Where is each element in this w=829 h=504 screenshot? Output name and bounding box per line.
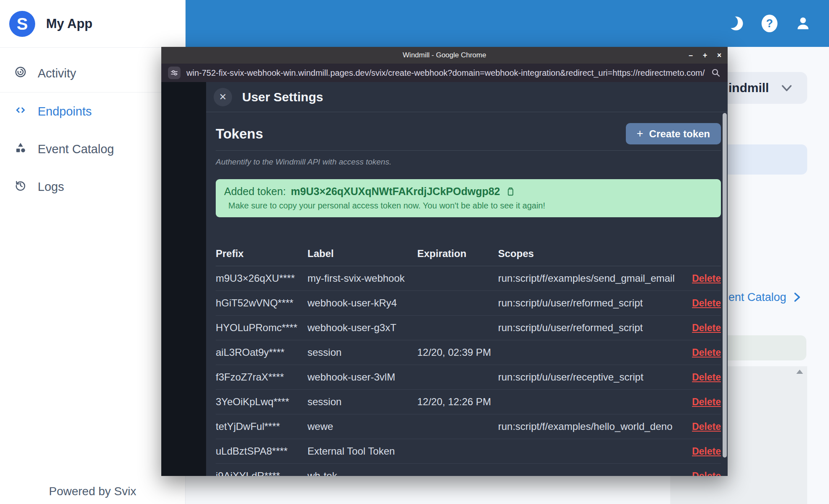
delete-button[interactable]: Delete: [692, 372, 721, 383]
cell-label: wh-tok: [307, 470, 417, 476]
minimize-button[interactable]: –: [686, 51, 696, 60]
sidebar-item-label: Activity: [38, 67, 76, 80]
shapes-icon: [14, 141, 27, 157]
cell-label: webhook-user-3vlM: [307, 371, 417, 383]
workspace-label: indmill: [728, 81, 769, 95]
table-row: f3FzoZ7raX**** webhook-user-3vlM run:scr…: [216, 365, 721, 390]
sidebar-item-logs[interactable]: Logs: [0, 168, 185, 206]
delete-button[interactable]: Delete: [692, 347, 721, 358]
alert-note: Make sure to copy your personal access t…: [228, 201, 713, 211]
sidebar-item-activity[interactable]: Activity: [0, 54, 185, 93]
table-row: HYOLuPRomc**** webhook-user-g3xT run:scr…: [216, 316, 721, 340]
cell-label: webhook-user-g3xT: [307, 322, 417, 334]
cell-label: External Tool Token: [307, 445, 417, 457]
user-account-icon[interactable]: [794, 14, 812, 33]
sidebar-item-label: Endpoints: [38, 105, 92, 118]
delete-button[interactable]: Delete: [692, 322, 721, 333]
site-settings-icon[interactable]: [168, 67, 181, 79]
delete-button[interactable]: Delete: [692, 396, 721, 407]
sidebar-item-event-catalog[interactable]: Event Catalog: [0, 130, 185, 168]
history-clock-icon: [14, 179, 27, 195]
delete-button[interactable]: Delete: [692, 421, 721, 432]
sidebar-item-label: Event Catalog: [38, 142, 114, 156]
section-title: Tokens: [216, 126, 263, 142]
cell-prefix: uLdBztSPA8****: [216, 445, 307, 457]
sidebar-item-label: Logs: [38, 180, 64, 194]
window-scrollbar[interactable]: [723, 113, 727, 458]
delete-button[interactable]: Delete: [692, 298, 721, 309]
app-logo-row: S My App: [0, 0, 185, 48]
cell-prefix: aiL3ROat9y****: [216, 347, 307, 358]
table-header-row: Prefix Label Expiration Scopes: [216, 241, 721, 266]
close-icon[interactable]: ✕: [214, 88, 232, 106]
table-row: 3YeOiKpLwq**** session 12/20, 12:26 PM D…: [216, 390, 721, 414]
sidebar-item-endpoints[interactable]: Endpoints: [0, 93, 185, 130]
chrome-window: Windmill - Google Chrome – + × win-752-f…: [161, 47, 728, 476]
drawer-body: Tokens + Create token Authentify to the …: [206, 112, 728, 476]
table-row: hGiT52wVNQ**** webhook-user-kRy4 run:scr…: [216, 291, 721, 316]
cell-label: session: [307, 347, 417, 358]
cell-prefix: hGiT52wVNQ****: [216, 297, 307, 309]
chevron-down-icon: [780, 84, 793, 93]
code-brackets-icon: [14, 104, 27, 119]
drawer-header: ✕ User Settings: [206, 82, 728, 112]
sidebar-nav: Activity Endpoints: [0, 48, 185, 206]
cell-prefix: i9AiXYLdR****: [216, 470, 307, 476]
cell-expiration: 12/20, 12:26 PM: [417, 396, 498, 408]
activity-icon: [14, 66, 27, 81]
table-row: i9AiXYLdR**** wh-tok Delete: [216, 464, 721, 476]
dark-mode-moon-icon[interactable]: [727, 14, 745, 33]
portal-topbar: ?: [186, 0, 829, 47]
event-catalog-link[interactable]: ent Catalog: [728, 288, 802, 306]
delete-button[interactable]: Delete: [692, 446, 721, 457]
maximize-button[interactable]: +: [700, 51, 710, 60]
svix-logo-icon: S: [9, 11, 35, 37]
col-expiration: Expiration: [417, 248, 498, 260]
zoom-search-icon[interactable]: [711, 68, 721, 78]
cell-label: webhook-user-kRy4: [307, 297, 417, 309]
cell-prefix: 3YeOiKpLwq****: [216, 396, 307, 408]
window-titlebar[interactable]: Windmill - Google Chrome – + ×: [161, 47, 728, 64]
section-subtitle: Authentify to the Windmill API with acce…: [216, 157, 721, 167]
create-token-button[interactable]: + Create token: [626, 123, 721, 144]
window-close-button[interactable]: ×: [714, 51, 724, 60]
cell-expiration: 12/20, 02:39 PM: [417, 347, 498, 358]
url-bar[interactable]: win-752-fix-svix-webhook-win.windmill.pa…: [161, 64, 728, 82]
screen: ? S My App: [0, 0, 829, 504]
help-icon[interactable]: ?: [760, 14, 779, 33]
delete-button[interactable]: Delete: [692, 471, 721, 476]
window-content: ✕ User Settings Tokens + Create token Au…: [161, 82, 728, 476]
cell-prefix: tetYjDwFul****: [216, 421, 307, 432]
window-controls: – + ×: [682, 47, 724, 64]
scroll-up-icon[interactable]: [796, 370, 803, 374]
user-settings-drawer: ✕ User Settings Tokens + Create token Au…: [206, 82, 728, 476]
plus-icon: +: [637, 128, 643, 139]
sidebar: S My App Activity: [0, 0, 186, 504]
cell-scopes: run:script/f/examples/hello_world_deno: [498, 421, 682, 432]
cell-scopes: run:script/u/user/reformed_script: [498, 297, 682, 309]
table-body: m9U3×26qXU**** my-first-svix-webhook run…: [216, 266, 721, 476]
cell-prefix: m9U3×26qXU****: [216, 273, 307, 284]
col-scopes: Scopes: [498, 248, 682, 260]
col-label: Label: [307, 248, 417, 260]
delete-button[interactable]: Delete: [692, 273, 721, 284]
drawer-title: User Settings: [242, 90, 323, 104]
copy-icon[interactable]: [505, 187, 514, 197]
powered-by-svix: Powered by Svix: [0, 479, 185, 504]
cell-label: session: [307, 396, 417, 408]
cell-label: my-first-svix-webhook: [307, 273, 417, 284]
table-row: aiL3ROat9y**** session 12/20, 02:39 PM D…: [216, 340, 721, 365]
cell-scopes: run:script/f/examples/send_gmail_email: [498, 273, 682, 284]
tokens-heading-row: Tokens + Create token: [216, 123, 721, 151]
url-text[interactable]: win-752-fix-svix-webhook-win.windmill.pa…: [186, 68, 705, 78]
table-row: uLdBztSPA8**** External Tool Token Delet…: [216, 439, 721, 464]
table-row: m9U3×26qXU**** my-first-svix-webhook run…: [216, 266, 721, 291]
cell-prefix: HYOLuPRomc****: [216, 322, 307, 334]
cell-scopes: run:script/u/user/receptive_script: [498, 371, 682, 383]
table-row: tetYjDwFul**** wewe run:script/f/example…: [216, 414, 721, 439]
window-title: Windmill - Google Chrome: [403, 51, 486, 59]
cell-prefix: f3FzoZ7raX****: [216, 371, 307, 383]
token-value: m9U3×26qXUXqNWtFAKrdjJCkPOdwgp82: [291, 185, 500, 198]
col-prefix: Prefix: [216, 248, 307, 260]
token-created-alert: Added token: m9U3×26qXUXqNWtFAKrdjJCkPOd…: [216, 179, 721, 217]
